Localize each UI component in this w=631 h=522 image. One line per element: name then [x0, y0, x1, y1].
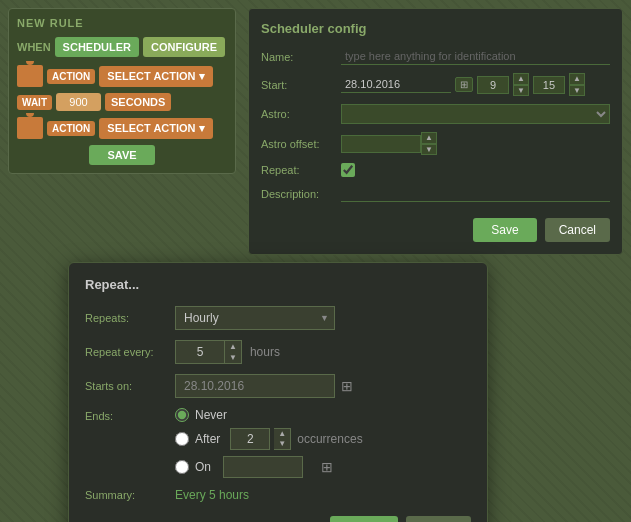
astro-offset-label: Astro offset:	[261, 138, 341, 150]
repeat-every-input[interactable]	[175, 340, 225, 364]
save-row: SAVE	[17, 145, 227, 165]
ends-label: Ends:	[85, 408, 175, 422]
ends-on-radio[interactable]	[175, 460, 189, 474]
scheduler-button[interactable]: SCHEDULER	[55, 37, 139, 57]
hours-label: hours	[250, 345, 280, 359]
astro-offset-input[interactable]	[341, 135, 421, 153]
after-spinner-wrapper: ▲ ▼	[226, 428, 291, 450]
starts-on-row: Starts on: ⊞	[85, 374, 471, 398]
ends-on-input[interactable]	[223, 456, 303, 478]
astro-label: Astro:	[261, 108, 341, 120]
repeat-footer: Save Cancel	[85, 516, 471, 522]
repeat-every-spinbtns: ▲ ▼	[225, 340, 242, 364]
start-label: Start:	[261, 79, 341, 91]
summary-value: Every 5 hours	[175, 488, 249, 502]
first-action-row: ACTION SELECT ACTION ▾	[17, 65, 227, 87]
repeat-label: Repeat:	[261, 164, 341, 176]
repeat-save-button[interactable]: Save	[330, 516, 397, 522]
repeats-select[interactable]: Hourly Daily Weekly Monthly	[175, 306, 335, 330]
select-action-button-1[interactable]: SELECT ACTION ▾	[99, 66, 212, 87]
astro-offset-down-btn[interactable]: ▼	[421, 144, 437, 156]
start-date-input[interactable]	[341, 76, 451, 93]
action-label-2: ACTION	[47, 121, 95, 136]
astro-offset-spinner: ▲ ▼	[421, 132, 437, 155]
minute-up-btn[interactable]: ▲	[569, 73, 585, 85]
repeat-checkbox[interactable]	[341, 163, 355, 177]
name-input[interactable]	[341, 48, 610, 65]
repeats-select-wrapper: Hourly Daily Weekly Monthly	[175, 306, 335, 330]
minute-down-btn[interactable]: ▼	[569, 85, 585, 97]
description-input[interactable]	[341, 185, 610, 202]
puzzle-icon-2	[17, 117, 43, 139]
occurrences-spinbtns: ▲ ▼	[274, 428, 291, 450]
occurrences-text: occurrences	[297, 432, 362, 446]
scheduler-footer: Save Cancel	[261, 218, 610, 242]
repeat-modal-title: Repeat...	[85, 277, 471, 292]
wait-input[interactable]	[56, 93, 101, 111]
repeat-row: Repeat:	[261, 163, 610, 177]
scheduler-config-panel: Scheduler config Name: Start: ⊞ ▲ ▼ ▲ ▼ …	[248, 8, 623, 255]
repeat-every-down-btn[interactable]: ▼	[225, 352, 241, 363]
repeat-cancel-button[interactable]: Cancel	[406, 516, 471, 522]
ends-after-row: After ▲ ▼ occurrences	[175, 428, 363, 450]
ends-options: Never After ▲ ▼ occurrences On ⊞	[175, 408, 363, 478]
action-label-1: ACTION	[47, 69, 95, 84]
hour-spinner: ▲ ▼	[513, 73, 529, 96]
occurrences-input[interactable]	[230, 428, 270, 450]
ends-section: Ends: Never After ▲ ▼ occurrences	[85, 408, 471, 478]
astro-offset-row: Astro offset: ▲ ▼	[261, 132, 610, 155]
ends-on-row: On ⊞	[175, 456, 363, 478]
repeats-label: Repeats:	[85, 312, 175, 324]
astro-offset-up-btn[interactable]: ▲	[421, 132, 437, 144]
description-label: Description:	[261, 188, 341, 200]
ends-after-label: After	[195, 432, 220, 446]
ends-on-label: On	[195, 460, 211, 474]
astro-select[interactable]	[341, 104, 610, 124]
save-rule-button[interactable]: SAVE	[89, 145, 154, 165]
new-rule-panel: NEW RULE WHEN SCHEDULER CONFIGURE ACTION…	[8, 8, 236, 174]
scheduler-config-title: Scheduler config	[261, 21, 610, 36]
wait-label: WAIT	[17, 95, 52, 110]
repeat-modal: Repeat... Repeats: Hourly Daily Weekly M…	[68, 262, 488, 522]
ends-after-radio[interactable]	[175, 432, 189, 446]
ends-on-calendar-icon[interactable]: ⊞	[321, 459, 333, 475]
when-label: WHEN	[17, 41, 51, 53]
puzzle-icon-1	[17, 65, 43, 87]
repeat-every-up-btn[interactable]: ▲	[225, 341, 241, 352]
summary-row: Summary: Every 5 hours	[85, 488, 471, 502]
summary-label: Summary:	[85, 489, 175, 501]
scheduler-cancel-button[interactable]: Cancel	[545, 218, 610, 242]
hour-up-btn[interactable]: ▲	[513, 73, 529, 85]
description-row: Description:	[261, 185, 610, 202]
repeat-every-row: Repeat every: ▲ ▼ hours	[85, 340, 471, 364]
configure-button[interactable]: CONFIGURE	[143, 37, 225, 57]
seconds-label: SECONDS	[105, 93, 171, 111]
start-minute-input[interactable]	[533, 76, 565, 94]
start-row: Start: ⊞ ▲ ▼ ▲ ▼	[261, 73, 610, 96]
second-action-row: ACTION SELECT ACTION ▾	[17, 117, 227, 139]
when-row: WHEN SCHEDULER CONFIGURE	[17, 37, 227, 57]
starts-on-calendar-icon[interactable]: ⊞	[341, 378, 353, 394]
ends-never-radio[interactable]	[175, 408, 189, 422]
start-controls: ⊞ ▲ ▼ ▲ ▼	[455, 73, 585, 96]
new-rule-title: NEW RULE	[17, 17, 227, 29]
occurrences-down-btn[interactable]: ▼	[274, 439, 290, 449]
calendar-icon-btn[interactable]: ⊞	[455, 77, 473, 92]
repeat-every-spinner-wrapper: ▲ ▼	[175, 340, 242, 364]
name-label: Name:	[261, 51, 341, 63]
select-action-button-2[interactable]: SELECT ACTION ▾	[99, 118, 212, 139]
starts-on-label: Starts on:	[85, 380, 175, 392]
ends-never-row: Never	[175, 408, 363, 422]
scheduler-save-button[interactable]: Save	[473, 218, 536, 242]
occurrences-up-btn[interactable]: ▲	[274, 429, 290, 439]
starts-on-input[interactable]	[175, 374, 335, 398]
repeats-row: Repeats: Hourly Daily Weekly Monthly	[85, 306, 471, 330]
name-row: Name:	[261, 48, 610, 65]
minute-spinner: ▲ ▼	[569, 73, 585, 96]
ends-never-label: Never	[195, 408, 227, 422]
hour-down-btn[interactable]: ▼	[513, 85, 529, 97]
repeat-every-label: Repeat every:	[85, 346, 175, 358]
wait-row: WAIT SECONDS	[17, 93, 227, 111]
astro-row: Astro:	[261, 104, 610, 124]
start-hour-input[interactable]	[477, 76, 509, 94]
